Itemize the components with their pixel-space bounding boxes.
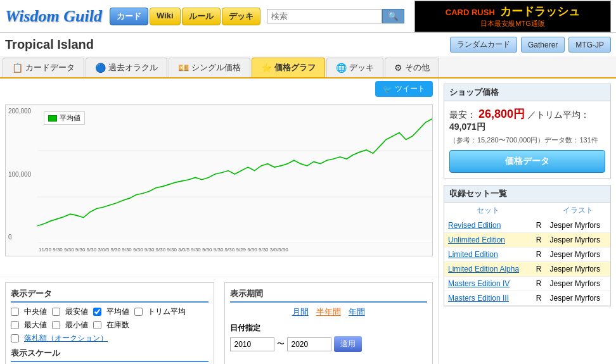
right-panel: ショップ価格 最安： 26,800円 ／トリム平均： 49,071円 （参考：1…	[439, 78, 616, 364]
nav-tab-deck[interactable]: デッキ	[222, 8, 260, 25]
set-name-limited[interactable]: Limited Edition	[444, 248, 532, 262]
nav-tab-rules[interactable]: ルール	[182, 8, 221, 25]
price-note: （参考：15,280〜700,000円）データ数：131件	[449, 135, 605, 145]
tilde-separator: 〜	[277, 339, 285, 349]
shop-price-box: ショップ価格 最安： 26,800円 ／トリム平均： 49,071円 （参考：1…	[444, 84, 611, 179]
set-row-revised: Revised Edition R Jesper Myrfors	[444, 218, 610, 233]
display-period-title: 表示期間	[230, 288, 428, 303]
y-label-top: 200,000	[8, 108, 35, 115]
set-rarity-unlimited: R	[532, 233, 546, 248]
label-min: 最小値	[65, 320, 88, 330]
checkbox-trim[interactable]	[134, 308, 143, 316]
set-name-unlimited[interactable]: Unlimited Edition	[444, 233, 532, 248]
random-card-btn[interactable]: ランダムカード	[450, 37, 517, 53]
cheapest-label: 最安：	[449, 110, 476, 120]
checkbox-row-2: 最大値 最小値 在庫数	[11, 320, 209, 330]
set-rarity-limited: R	[532, 248, 546, 262]
page-title: Tropical Island	[5, 37, 450, 52]
gatherer-btn[interactable]: Gatherer	[521, 37, 565, 53]
date-range-title: 日付指定	[230, 323, 428, 334]
set-list-title: 収録セット一覧	[444, 185, 610, 203]
set-list-box: 収録セット一覧 セット イラスト Revised Edition R Jespe…	[444, 185, 611, 306]
price-data-btn[interactable]: 価格データ	[449, 150, 605, 173]
header: Wisdom Guild カード Wiki ルール デッキ 🔍 CARD RUS…	[0, 0, 616, 33]
chart-inner: 200,000 100,000 0 平均値	[5, 104, 433, 256]
checkbox-cheapest[interactable]	[52, 308, 60, 316]
set-rarity-masters3: R	[532, 291, 546, 306]
set-rarity-masters4: R	[532, 277, 546, 291]
tab-past-oracle[interactable]: 🔵 過去オラクル	[86, 58, 167, 77]
set-row-unlimited: Unlimited Edition R Jesper Myrfors	[444, 233, 610, 248]
search-input[interactable]	[267, 9, 382, 23]
period-buttons: 月間 半年間 年間	[230, 306, 428, 318]
chart-svg	[37, 105, 432, 243]
period-btn-monthly[interactable]: 月間	[292, 306, 309, 318]
checkbox-row-auction: 落札額（オークション）	[11, 333, 209, 344]
label-stock: 在庫数	[106, 320, 129, 330]
set-row-masters4: Masters Edition IV R Jesper Myrfors	[444, 277, 610, 291]
display-data-box: 表示データ 中央値 最安値 平均値 トリム平均 最大値 最小値	[5, 282, 214, 364]
checkbox-auction[interactable]	[11, 334, 19, 342]
tab-deck[interactable]: 🌐 デッキ	[326, 58, 383, 77]
tab-past-oracle-icon: 🔵	[95, 63, 106, 73]
set-artist-revised: Jesper Myrfors	[546, 218, 610, 233]
tab-card-data-icon: 📋	[12, 63, 23, 73]
tweet-button[interactable]: 🐦 ツイート	[375, 81, 433, 97]
cheapest-value: 26,800円	[478, 108, 525, 120]
chart-svg-area	[37, 105, 432, 243]
period-btn-yearly[interactable]: 年間	[349, 306, 365, 318]
set-row-limited: Limited Edition R Jesper Myrfors	[444, 248, 610, 262]
tab-price-graph[interactable]: ⭐ 価格グラフ	[252, 58, 325, 77]
scale-title: 表示スケール	[11, 348, 209, 362]
trim-avg-value: 49,071円	[449, 122, 485, 132]
tab-single-price-icon: 💴	[178, 63, 189, 73]
checkbox-min[interactable]	[52, 321, 60, 329]
checkbox-avg[interactable]	[93, 308, 101, 316]
search-button[interactable]: 🔍	[382, 9, 404, 23]
date-from-input[interactable]	[230, 337, 274, 351]
display-data-title: 表示データ	[11, 288, 209, 303]
set-artist-alpha: Jesper Myrfors	[546, 262, 610, 277]
tab-card-data[interactable]: 📋 カードデータ	[3, 58, 84, 77]
checkbox-max[interactable]	[11, 321, 19, 329]
label-median: 中央値	[24, 306, 47, 317]
nav-tab-wiki[interactable]: Wiki	[150, 8, 181, 25]
search-bar: 🔍	[267, 9, 394, 23]
checkbox-row-1: 中央値 最安値 平均値 トリム平均	[11, 306, 209, 317]
checkbox-stock[interactable]	[93, 321, 101, 329]
tab-other[interactable]: ⚙ その他	[385, 58, 439, 77]
page-title-row: Tropical Island ランダムカード Gatherer MTG-JP	[0, 33, 616, 56]
y-label-mid: 100,000	[8, 171, 35, 178]
left-panel: 🐦 ツイート 200,000 100,000 0 平均値	[0, 78, 439, 364]
label-max: 最大値	[24, 320, 47, 330]
auction-label[interactable]: 落札額（オークション）	[24, 333, 108, 344]
set-rarity-alpha: R	[532, 262, 546, 277]
set-name-alpha[interactable]: Limited Edition Alpha	[444, 262, 532, 277]
x-axis: 11/30 9/30 9/30 9/30 9/30 3/0/5 9/30 9/3…	[37, 243, 432, 256]
tab-other-icon: ⚙	[394, 63, 402, 73]
main-layout: 🐦 ツイート 200,000 100,000 0 平均値	[0, 78, 616, 364]
tab-single-price[interactable]: 💴 シングル価格	[169, 58, 250, 77]
set-row-alpha: Limited Edition Alpha R Jesper Myrfors	[444, 262, 610, 277]
set-name-masters4[interactable]: Masters Edition IV	[444, 277, 532, 291]
set-row-masters3: Masters Edition III R Jesper Myrfors	[444, 291, 610, 306]
label-avg: 平均値	[106, 306, 129, 317]
set-artist-masters4: Jesper Myrfors	[546, 277, 610, 291]
site-logo[interactable]: Wisdom Guild	[5, 7, 102, 26]
controls-row: 表示データ 中央値 最安値 平均値 トリム平均 最大値 最小値	[0, 277, 438, 364]
apply-btn[interactable]: 適用	[334, 336, 362, 352]
set-name-masters3[interactable]: Masters Edition III	[444, 291, 532, 306]
ad-banner[interactable]: CARD RUSH カードラッシュ 日本最安級MTG通販	[414, 1, 611, 32]
period-btn-halfyear[interactable]: 半年間	[316, 306, 341, 318]
nav-tab-card[interactable]: カード	[110, 8, 148, 25]
set-name-revised[interactable]: Revised Edition	[444, 218, 532, 233]
set-artist-unlimited: Jesper Myrfors	[546, 233, 610, 248]
col-rarity-header	[532, 203, 546, 218]
shop-price-title: ショップ価格	[444, 84, 610, 101]
date-to-input[interactable]	[287, 337, 331, 351]
tab-price-graph-icon: ⭐	[261, 63, 272, 73]
mtgjp-btn[interactable]: MTG-JP	[568, 37, 611, 53]
checkbox-median[interactable]	[11, 308, 19, 316]
trim-avg-row: 49,071円	[449, 122, 605, 133]
banner-title: CARD RUSH カードラッシュ	[446, 4, 580, 19]
